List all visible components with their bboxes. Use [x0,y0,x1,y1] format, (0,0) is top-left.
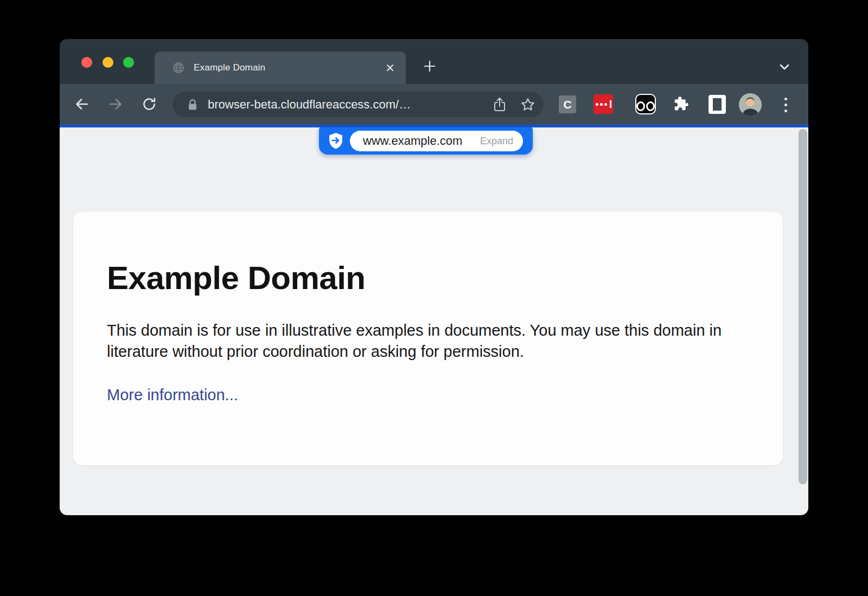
arrow-right-icon [107,96,124,112]
profile-avatar[interactable] [739,93,762,116]
kebab-menu-icon [784,98,787,100]
kebab-menu-icon [784,104,787,106]
scrollbar-thumb[interactable] [799,129,807,484]
page-viewport: www.example.com Expand Example Domain Th… [60,127,808,515]
page-paragraph: This domain is for use in illustrative e… [107,320,744,362]
kebab-menu-icon [784,110,787,112]
browser-menu-button[interactable] [780,95,791,114]
dot-icon [604,103,607,106]
cursor-bar-icon [610,100,611,108]
page-title: Example Domain [107,259,366,297]
traffic-light-minimize-button[interactable] [103,57,113,68]
toolbar: browser-beta.cloudflareaccess.com/… C [60,84,808,125]
tab-close-button[interactable] [383,61,397,75]
isolation-domain-bar[interactable]: www.example.com Expand [319,127,533,155]
dot-icon [600,103,603,106]
reload-button[interactable] [140,95,158,113]
back-button[interactable] [73,95,91,113]
bookmark-button[interactable] [519,95,537,114]
more-information-link[interactable]: More information... [107,386,238,404]
url-text: browser-beta.cloudflareaccess.com/… [208,98,490,112]
tab-strip: Example Domain [60,39,808,84]
globe-icon [172,61,185,74]
frame-icon [713,98,722,111]
plus-icon [423,60,436,73]
star-icon [520,97,535,112]
password-manager-extension-button[interactable] [593,94,613,114]
address-bar[interactable]: browser-beta.cloudflareaccess.com/… [173,92,544,117]
lock-icon [187,98,199,111]
forward-button[interactable] [106,95,125,113]
extension-c-button[interactable]: C [559,95,576,113]
tab-search-button[interactable] [777,60,792,74]
extension-c-label: C [563,98,571,111]
tab-title: Example Domain [194,62,383,73]
reload-icon [141,96,157,112]
expand-button[interactable]: Expand [480,136,513,147]
traffic-light-zoom-button[interactable] [123,57,134,68]
shield-arrow-icon [328,132,343,150]
avatar-photo [739,93,762,116]
side-panel-button[interactable] [709,95,726,114]
isolated-url-pill[interactable]: www.example.com Expand [350,131,523,151]
arrow-left-icon [74,96,90,112]
isolated-domain-text: www.example.com [363,134,480,148]
circle-icon [646,101,655,111]
share-button[interactable] [490,95,509,114]
dot-icon [596,103,598,106]
tab-example-domain[interactable]: Example Domain [155,52,406,84]
puzzle-icon [673,96,689,112]
content-card: Example Domain This domain is for use in… [73,212,783,465]
desktop-background: { "browser": { "tab": { "title": "Exampl… [0,0,868,596]
circle-icon [636,101,645,111]
chevron-down-icon [778,60,791,73]
extensions-menu-button[interactable] [672,95,690,113]
x-icon [386,63,394,72]
browser-window: Example Domain [60,39,808,515]
two-circles-extension-button[interactable] [635,94,656,114]
traffic-light-close-button[interactable] [81,57,92,68]
new-tab-button[interactable] [422,59,437,74]
share-icon [493,97,507,112]
